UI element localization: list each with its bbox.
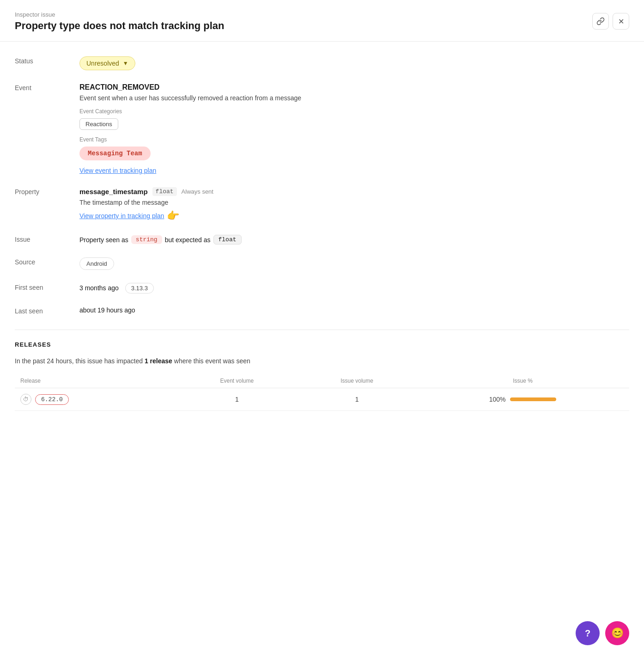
last-seen-row: Last seen about 19 hours ago xyxy=(15,306,629,315)
property-name-row: message_timestamp float Always sent xyxy=(79,187,629,196)
progress-bar-container: 100% xyxy=(422,396,624,403)
source-row: Source Android xyxy=(15,257,629,270)
last-seen-label: Last seen xyxy=(15,306,79,315)
release-version-tag: 6.22.0 xyxy=(35,394,69,405)
first-seen-value: 3 months ago 3.13.3 xyxy=(79,283,629,293)
link-button[interactable] xyxy=(592,13,609,30)
releases-summary-prefix: In the past 24 hours, this issue has imp… xyxy=(15,357,143,365)
progress-bar-track xyxy=(510,397,556,401)
issue-label: Issue xyxy=(15,235,79,243)
issue-pct-cell: 100% xyxy=(416,388,629,411)
event-label: Event xyxy=(15,83,79,92)
releases-table-header-row: Release Event volume Issue volume Issue … xyxy=(15,374,629,388)
issue-pct-label: 100% xyxy=(489,396,506,403)
first-seen-label: First seen xyxy=(15,283,79,291)
view-event-tracking-link[interactable]: View event in tracking plan xyxy=(79,167,156,174)
event-team-tag: Messaging Team xyxy=(79,147,151,160)
col-issue-volume: Issue volume xyxy=(298,374,416,388)
issue-row: Issue Property seen as string but expect… xyxy=(15,235,629,244)
chevron-down-icon: ▼ xyxy=(123,60,128,67)
chat-button[interactable]: 😊 xyxy=(605,621,629,645)
source-value: Android xyxy=(79,257,629,270)
chat-icon: 😊 xyxy=(611,627,624,639)
floating-buttons: ? 😊 xyxy=(576,621,629,645)
release-cell: ⏱ 6.22.0 xyxy=(15,388,176,411)
release-version-cell: ⏱ 6.22.0 xyxy=(20,394,171,405)
event-categories-label: Event Categories xyxy=(79,108,629,115)
releases-table: Release Event volume Issue volume Issue … xyxy=(15,374,629,411)
event-category-tag: Reactions xyxy=(79,118,118,130)
event-tags-label: Event Tags xyxy=(79,136,629,143)
help-button[interactable]: ? xyxy=(576,621,600,645)
pointing-right-icon: 👉 xyxy=(167,210,179,222)
issue-middle: but expected as xyxy=(165,236,211,244)
col-issue-pct: Issue % xyxy=(416,374,629,388)
header-left: Inspector issue Property type does not m… xyxy=(15,11,225,32)
status-badge[interactable]: Unresolved ▼ xyxy=(79,56,135,70)
help-icon: ? xyxy=(585,628,590,639)
divider xyxy=(15,330,629,330)
releases-summary-suffix-text: where this event was seen xyxy=(174,357,250,365)
event-value: REACTION_REMOVED Event sent when a user … xyxy=(79,83,629,174)
last-seen-time: about 19 hours ago xyxy=(79,306,135,314)
first-seen-version: 3.13.3 xyxy=(125,283,154,293)
col-release: Release xyxy=(15,374,176,388)
close-icon: ✕ xyxy=(618,17,624,26)
panel-header: Inspector issue Property type does not m… xyxy=(0,0,644,42)
releases-heading: RELEASES xyxy=(15,341,629,348)
property-type: float xyxy=(152,187,177,196)
event-volume-cell: 1 xyxy=(176,388,298,411)
property-label: Property xyxy=(15,187,79,196)
source-label: Source xyxy=(15,257,79,266)
property-value: message_timestamp float Always sent The … xyxy=(79,187,629,222)
view-property-tracking-link[interactable]: View property in tracking plan xyxy=(79,212,164,220)
status-row: Status Unresolved ▼ xyxy=(15,56,629,70)
panel-subtitle: Inspector issue xyxy=(15,11,225,18)
table-row: ⏱ 6.22.0 11 100% xyxy=(15,388,629,411)
status-value: Unresolved ▼ xyxy=(79,56,629,70)
property-link-row: View property in tracking plan 👉 xyxy=(79,210,629,222)
property-sent: Always sent xyxy=(182,188,213,195)
first-seen-row: First seen 3 months ago 3.13.3 xyxy=(15,283,629,293)
issue-seen-type: string xyxy=(131,235,162,244)
releases-section: RELEASES In the past 24 hours, this issu… xyxy=(15,341,629,411)
releases-table-head: Release Event volume Issue volume Issue … xyxy=(15,374,629,388)
first-seen-time: 3 months ago xyxy=(79,284,119,292)
status-text: Unresolved xyxy=(86,60,119,67)
close-button[interactable]: ✕ xyxy=(613,13,629,30)
property-row: Property message_timestamp float Always … xyxy=(15,187,629,222)
issue-prefix: Property seen as xyxy=(79,236,128,244)
source-badge: Android xyxy=(79,257,114,270)
property-description: The timestamp of the message xyxy=(79,199,629,206)
event-description: Event sent when a user has successfully … xyxy=(79,94,629,102)
panel-title: Property type does not match tracking pl… xyxy=(15,20,225,32)
releases-summary: In the past 24 hours, this issue has imp… xyxy=(15,357,629,365)
issue-text: Property seen as string but expected as … xyxy=(79,235,629,244)
panel-content: Status Unresolved ▼ Event REACTION_REMOV… xyxy=(0,42,644,426)
issue-value: Property seen as string but expected as … xyxy=(79,235,629,244)
property-name: message_timestamp xyxy=(79,188,148,196)
last-seen-value: about 19 hours ago xyxy=(79,306,629,314)
header-actions: ✕ xyxy=(592,13,629,30)
progress-bar-fill xyxy=(510,397,556,401)
issue-expected-type: float xyxy=(213,235,242,244)
status-label: Status xyxy=(15,56,79,65)
issue-volume-cell: 1 xyxy=(298,388,416,411)
event-name: REACTION_REMOVED xyxy=(79,83,629,92)
col-event-volume: Event volume xyxy=(176,374,298,388)
releases-table-body: ⏱ 6.22.0 11 100% xyxy=(15,388,629,411)
releases-summary-count: 1 release xyxy=(145,357,172,365)
panel: Inspector issue Property type does not m… xyxy=(0,0,644,660)
event-row: Event REACTION_REMOVED Event sent when a… xyxy=(15,83,629,174)
clock-icon: ⏱ xyxy=(20,394,31,405)
